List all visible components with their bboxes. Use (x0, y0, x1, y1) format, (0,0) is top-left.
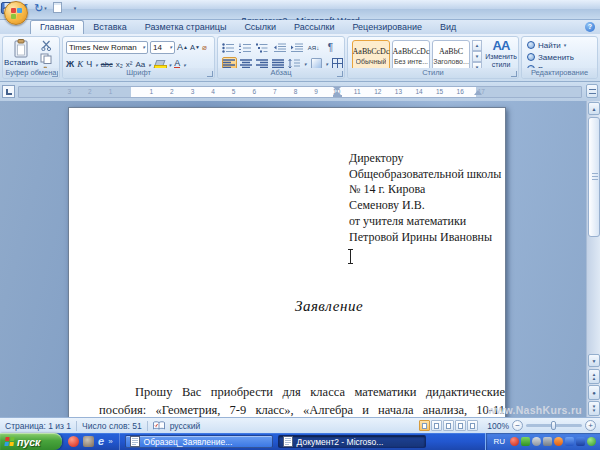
quicklaunch-icon-2[interactable] (83, 436, 94, 447)
tab-selector[interactable] (2, 85, 15, 98)
tray-language-indicator[interactable]: RU (493, 437, 505, 446)
redo-dropdown-icon[interactable]: ▾ (44, 2, 47, 14)
editing-item[interactable]: Найти ▾ (527, 40, 580, 50)
editing-item[interactable]: Заменить (527, 52, 580, 62)
paragraph-dialog-launcher[interactable] (337, 71, 343, 77)
select-browse-object-button[interactable]: ● (588, 385, 600, 400)
scroll-down-icon[interactable]: ▼ (588, 354, 600, 367)
quicklaunch-more-icon[interactable]: » (108, 437, 112, 446)
editing-group-label: Редактирование (522, 68, 597, 78)
fullscreen-view-button[interactable] (431, 420, 442, 431)
scissors-icon (40, 40, 52, 51)
ribbon-tab[interactable]: Ссылки (235, 20, 285, 34)
quicklaunch-icon-1[interactable] (68, 436, 79, 447)
tray-icon[interactable] (532, 437, 541, 446)
ribbon-tab[interactable]: Вид (431, 20, 465, 34)
spellcheck-icon[interactable] (153, 421, 165, 430)
tray-icon[interactable] (543, 437, 552, 446)
font-group-label: Шрифт (63, 68, 214, 78)
tray-icon[interactable] (576, 437, 585, 446)
internet-explorer-icon[interactable]: e (98, 436, 104, 447)
gallery-up-icon[interactable]: ▲ (472, 40, 482, 51)
sort-button[interactable]: АЯ↓ (307, 41, 320, 54)
start-button[interactable]: пуск (0, 433, 62, 450)
zoom-level[interactable]: 100% (487, 421, 509, 431)
ribbon-tab[interactable]: Вставка (84, 20, 135, 34)
zoom-slider[interactable] (526, 424, 582, 427)
ruler-toggle-button[interactable] (586, 84, 598, 98)
tray-icon[interactable] (554, 437, 563, 446)
font-color-dropdown-icon[interactable]: ▾ (183, 62, 186, 68)
underline-dropdown-icon[interactable]: ▾ (95, 62, 98, 68)
language-indicator[interactable]: русский (170, 421, 201, 431)
draft-view-button[interactable] (467, 420, 478, 431)
new-document-button[interactable] (51, 1, 64, 15)
paragraph-group: АЯ↓ ¶ ▾ ▾ ▾ (217, 36, 345, 79)
show-paragraph-marks-button[interactable]: ¶ (324, 41, 337, 54)
page-count[interactable]: Страница: 1 из 1 (5, 421, 71, 431)
ribbon-tab[interactable]: Разметка страницы (136, 20, 236, 34)
right-indent-marker[interactable] (474, 90, 482, 95)
word-count[interactable]: Число слов: 51 (82, 421, 142, 431)
ribbon-tab[interactable]: Главная (30, 20, 84, 34)
decrease-indent-button[interactable] (273, 41, 286, 54)
tray-icon[interactable] (587, 437, 596, 446)
line-spacing-icon (288, 59, 301, 69)
clear-formatting-button[interactable]: ⌀ (202, 42, 207, 53)
watermark: www.NashKurs.ru (487, 404, 582, 416)
body-line: Прошу Вас приобрести для класса математи… (99, 384, 505, 402)
highlight-dropdown-icon[interactable]: ▾ (169, 62, 172, 68)
zoom-in-button[interactable]: + (585, 420, 596, 431)
taskbar: пуск e » Образец_Заявление... Документ2 … (0, 433, 600, 450)
zoom-slider-thumb[interactable] (551, 421, 556, 430)
change-styles-icon: AA (493, 39, 510, 53)
print-layout-view-button[interactable] (419, 420, 430, 431)
ribbon-tab[interactable]: Рассылки (285, 20, 343, 34)
font-family-select[interactable]: Times New Roman▾ (66, 41, 148, 54)
grow-font-button[interactable]: A▲ (177, 42, 188, 53)
scrollbar-thumb[interactable] (588, 117, 600, 237)
tray-icon[interactable] (510, 437, 519, 446)
scroll-up-icon[interactable]: ▲ (588, 102, 600, 115)
word-document-icon (130, 436, 140, 447)
help-icon[interactable]: ? (585, 22, 595, 32)
view-buttons (419, 420, 478, 431)
increase-indent-button[interactable] (290, 41, 303, 54)
office-logo-icon (11, 8, 22, 19)
ruler-icon (589, 89, 596, 94)
taskbar-button[interactable]: Образец_Заявление... (125, 435, 273, 448)
multilevel-list-button[interactable] (256, 41, 269, 54)
taskbar-button[interactable]: Документ2 - Microso... (278, 435, 426, 448)
editing-item-icon (527, 41, 535, 49)
copy-button[interactable] (40, 53, 56, 64)
redo-button[interactable]: ↻▾ (34, 1, 47, 15)
bullets-button[interactable] (222, 41, 235, 54)
ribbon: Вставить▾ Буфер обмена Times New Roman▾ (0, 34, 600, 82)
ribbon-tab[interactable]: Рецензирование (343, 20, 431, 34)
horizontal-ruler[interactable]: 321 12345678910111213141516 17 (18, 86, 582, 98)
text-cursor (350, 249, 351, 264)
vertical-scrollbar[interactable]: ▲ ▼ ▲▲ ● ▼▼ (586, 101, 600, 417)
zoom-out-button[interactable]: − (512, 420, 523, 431)
font-dialog-launcher[interactable] (207, 71, 213, 77)
cut-button[interactable] (40, 40, 56, 51)
outline-view-button[interactable] (455, 420, 466, 431)
tray-icon[interactable] (565, 437, 574, 446)
customize-qat-button[interactable]: ▾ (68, 1, 81, 15)
clipboard-dialog-launcher[interactable] (52, 71, 58, 77)
font-size-select[interactable]: 14▾ (150, 41, 175, 54)
styles-dialog-launcher[interactable] (511, 71, 517, 77)
indent-marker[interactable] (333, 87, 342, 97)
address-line: № 14 г. Кирова (349, 182, 524, 198)
next-page-button[interactable]: ▼▼ (588, 401, 600, 416)
tray-icon[interactable] (521, 437, 530, 446)
shrink-font-button[interactable]: A▼ (190, 42, 200, 53)
numbering-button[interactable] (239, 41, 252, 54)
document-area: ДиректоруОбщеобразовательной школы№ 14 г… (0, 101, 600, 417)
gallery-down-icon[interactable]: ▼ (472, 51, 482, 62)
web-layout-view-button[interactable] (443, 420, 454, 431)
previous-page-button[interactable]: ▲▲ (588, 369, 600, 384)
document-page[interactable]: ДиректоруОбщеобразовательной школы№ 14 г… (68, 107, 506, 417)
office-button[interactable] (4, 1, 28, 25)
justify-icon (272, 59, 285, 69)
